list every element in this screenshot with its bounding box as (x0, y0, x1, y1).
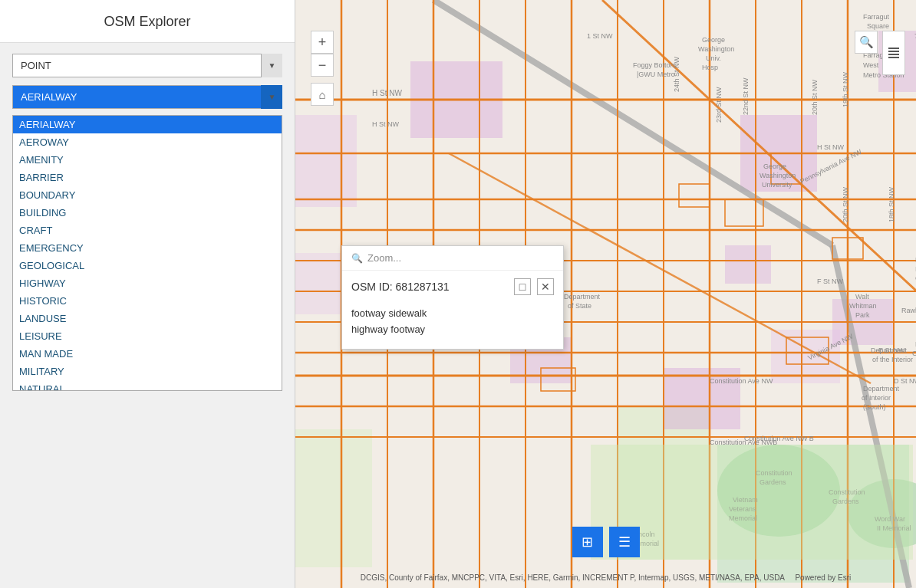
list-item[interactable]: LEISURE (13, 327, 282, 345)
layers-icon (888, 48, 899, 58)
svg-text:West: West (863, 61, 879, 69)
popup-close-button[interactable]: ✕ (537, 278, 554, 295)
zoom-out-button[interactable]: − (311, 54, 334, 77)
list-item[interactable]: HIGHWAY (13, 274, 282, 292)
category-wrapper: AERIALWAY (12, 85, 282, 109)
svg-text:23rd St NW: 23rd St NW (715, 87, 723, 123)
list-item[interactable]: BOUNDARY (13, 186, 282, 204)
feature-popup: 🔍 Zoom... OSM ID: 681287131 □ ✕ footway … (341, 245, 564, 350)
map-area[interactable]: H St NW H St NW Farragut West Metro Stat… (295, 0, 916, 588)
controls-section: POINT LINE POLYGON AERIALWAY (0, 43, 295, 115)
svg-text:Foggy Bottom: Foggy Bottom (633, 61, 676, 69)
layers-stack-icon: ⊞ (582, 534, 593, 550)
svg-text:D St NW: D St NW (894, 377, 916, 385)
list-icon: ☰ (618, 534, 631, 550)
svg-text:18th St NW: 18th St NW (888, 186, 895, 222)
svg-text:of Interior: of Interior (862, 394, 891, 402)
svg-text:George: George (763, 163, 786, 170)
category-list: AERIALWAYAEROWAYAMENITYBARRIERBOUNDARYBU… (13, 116, 282, 390)
svg-text:H St NW: H St NW (372, 120, 400, 128)
popup-content: footway sidewalk highway footway (342, 301, 563, 349)
left-panel: OSM Explorer POINT LINE POLYGON AERIALWA… (0, 0, 295, 588)
home-icon: ⌂ (318, 88, 325, 101)
popup-header: OSM ID: 681287131 □ ✕ (342, 271, 563, 301)
svg-rect-14 (725, 245, 771, 284)
popup-search-icon: 🔍 (351, 253, 363, 264)
geometry-type-wrapper: POINT LINE POLYGON (12, 54, 282, 77)
popup-controls: □ ✕ (514, 278, 554, 295)
svg-text:Hosp: Hosp (702, 64, 718, 71)
svg-text:Univ.: Univ. (706, 54, 721, 62)
search-button[interactable]: 🔍 (855, 31, 878, 54)
svg-text:1 St NW: 1 St NW (587, 32, 613, 40)
svg-text:of the Interior: of the Interior (872, 356, 913, 363)
svg-text:University: University (762, 181, 792, 189)
list-item[interactable]: LANDUSE (13, 310, 282, 327)
svg-text:20th St NW: 20th St NW (811, 79, 819, 115)
map-attribution: DCGIS, County of Fairfax, MNCPPC, VITA, … (295, 573, 916, 582)
svg-text:Whitman: Whitman (849, 302, 877, 310)
panel-title: OSM Explorer (0, 0, 295, 43)
svg-text:Farragut: Farragut (863, 13, 890, 21)
svg-rect-11 (295, 115, 357, 207)
list-item[interactable]: MAN MADE (13, 345, 282, 363)
svg-text:Constitution Ave NW  B: Constitution Ave NW B (744, 435, 814, 442)
svg-text:H St NW: H St NW (817, 143, 845, 151)
svg-text:Walt: Walt (855, 293, 869, 301)
svg-text:22nd St NW: 22nd St NW (742, 77, 750, 115)
list-bottom-button[interactable]: ☰ (609, 527, 640, 557)
svg-text:Department: Department (564, 293, 601, 301)
svg-rect-15 (295, 253, 341, 314)
svg-text:Rawlins Park: Rawlins Park (901, 307, 916, 314)
svg-text:George: George (702, 36, 725, 44)
svg-text:F St NW: F St NW (817, 278, 844, 285)
svg-text:|GWU Metro: |GWU Metro (637, 71, 675, 78)
svg-text:Constitution: Constitution (912, 350, 916, 357)
svg-rect-5 (295, 429, 372, 567)
list-item[interactable]: BARRIER (13, 169, 282, 186)
layers-button[interactable] (882, 31, 905, 75)
svg-text:Washington: Washington (698, 45, 734, 53)
svg-text:Park: Park (855, 311, 870, 319)
svg-text:24th St NW: 24th St NW (673, 56, 680, 92)
list-item[interactable]: MILITARY (13, 363, 282, 380)
category-list-container: AERIALWAYAEROWAYAMENITYBARRIERBOUNDARYBU… (12, 115, 282, 391)
popup-line2: highway footway (351, 322, 554, 338)
zoom-in-button[interactable]: + (311, 31, 334, 54)
list-item[interactable]: AEROWAY (13, 133, 282, 151)
svg-text:20th St NW: 20th St NW (842, 186, 849, 222)
list-item[interactable]: CRAFT (13, 222, 282, 239)
zoom-controls: + − (311, 31, 334, 77)
list-item[interactable]: EMERGENCY (13, 239, 282, 257)
list-item[interactable]: AERIALWAY (13, 116, 282, 133)
svg-text:Washington: Washington (759, 172, 796, 179)
svg-text:(South): (South) (863, 403, 886, 411)
svg-text:Square: Square (867, 22, 889, 30)
home-button[interactable]: ⌂ (311, 83, 334, 106)
bottom-map-buttons: ⊞ ☰ (572, 527, 640, 557)
svg-text:of State: of State (568, 302, 591, 310)
svg-text:Department: Department (863, 385, 900, 393)
list-item[interactable]: NATURAL (13, 380, 282, 390)
popup-search-text: Zoom... (367, 252, 401, 264)
search-icon: 🔍 (859, 35, 874, 49)
list-item[interactable]: BUILDING (13, 204, 282, 222)
layers-bottom-button[interactable]: ⊞ (572, 527, 603, 557)
category-select[interactable]: AERIALWAY (12, 85, 282, 109)
popup-expand-button[interactable]: □ (514, 278, 531, 295)
list-item[interactable]: AMENITY (13, 151, 282, 169)
svg-text:Constitution Ave NW: Constitution Ave NW (710, 377, 773, 385)
popup-search-bar[interactable]: 🔍 Zoom... (342, 246, 563, 271)
svg-text:19th St NW: 19th St NW (842, 71, 849, 107)
svg-text:E St NW: E St NW (878, 347, 905, 354)
list-item[interactable]: HISTORIC (13, 292, 282, 310)
popup-osm-id: OSM ID: 681287131 (351, 281, 450, 293)
list-item[interactable]: GEOLOGICAL (13, 257, 282, 274)
popup-line1: footway sidewalk (351, 306, 554, 322)
svg-text:H St NW: H St NW (372, 89, 402, 97)
geometry-type-select[interactable]: POINT LINE POLYGON (12, 54, 282, 77)
